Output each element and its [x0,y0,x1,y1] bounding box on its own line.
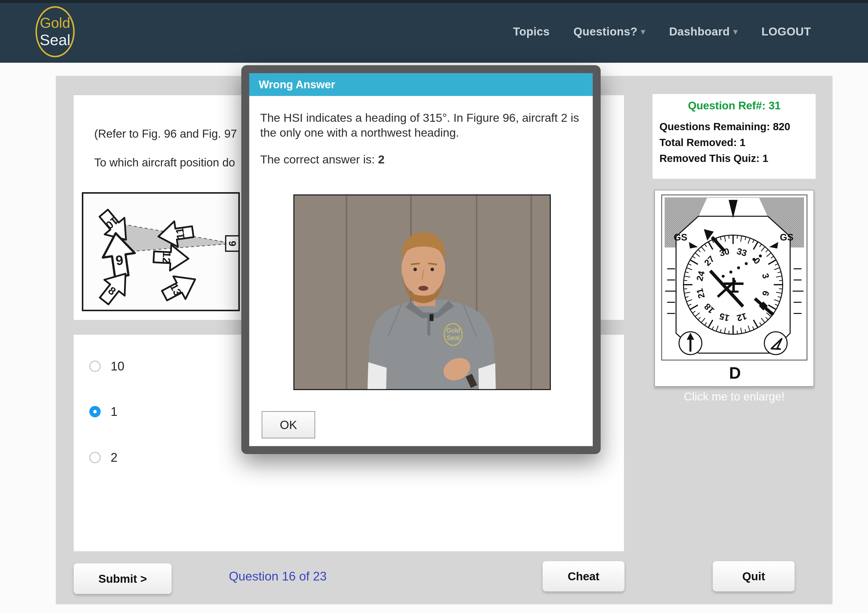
figure-96-aircraft-positions[interactable]: 6 10 11 9 12 8 13 [82,192,240,311]
chevron-down-icon: ▾ [733,26,738,36]
gold-seal-logo[interactable]: Gold Seal [31,5,79,59]
gs-right-label: GS [780,232,794,243]
svg-text:11: 11 [173,227,187,240]
question-text-line2: To which aircraft position do [94,156,235,169]
option-label: 1 [111,404,118,419]
svg-text:Seal: Seal [40,31,70,48]
questions-remaining: Questions Remaining: 820 [659,119,790,135]
figure-letter: D [655,364,815,382]
option-label: 2 [111,450,118,465]
svg-text:Gold: Gold [40,15,70,31]
answer-option-2[interactable]: 2 [89,450,118,465]
heading-knob [679,332,702,354]
wrong-answer-modal: Wrong Answer The HSI indicates a heading… [241,65,601,454]
nav-item-topics[interactable]: Topics [513,25,550,38]
navbar: Gold Seal Topics Questions? ▾ Dashboard … [0,0,868,63]
ok-button[interactable]: OK [262,411,315,438]
answer-option-10[interactable]: 10 [89,359,124,373]
answer-option-1[interactable]: 1 [89,404,118,419]
modal-explanation: The HSI indicates a heading of 315°. In … [260,110,583,140]
cheat-button[interactable]: Cheat [542,561,625,591]
hsi-figure-panel[interactable]: GS GS 0361215182124273033 [654,190,814,387]
radio-button[interactable] [89,406,101,417]
chevron-down-icon: ▾ [641,26,645,36]
nav-item-questions[interactable]: Questions? ▾ [574,25,645,38]
runway-box: 6 [226,236,239,251]
svg-text:12: 12 [160,251,173,264]
progress-text: Question 16 of 23 [191,569,364,584]
removed-this-quiz: Removed This Quiz: 1 [659,150,768,166]
modal-title: Wrong Answer [259,78,335,91]
nav-label: Questions? [574,25,637,38]
total-removed: Total Removed: 1 [659,135,746,150]
quit-button[interactable]: Quit [713,561,795,591]
svg-text:Gold: Gold [446,327,460,334]
modal-header: Wrong Answer [249,73,593,96]
nav-menu: Topics Questions? ▾ Dashboard ▾ LOGOUT [513,0,811,63]
correct-answer-value: 2 [378,153,384,166]
question-text-line1: (Refer to Fig. 96 and Fig. 97 [94,127,237,140]
nav-label: Dashboard [669,25,730,38]
svg-text:6: 6 [227,241,238,246]
nav-label: LOGOUT [761,25,811,38]
submit-button[interactable]: Submit > [74,563,172,594]
course-knob [764,332,787,354]
question-ref-label: Question Ref#: 31 [653,99,816,112]
quiz-stats-panel: Question Ref#: 31 Questions Remaining: 8… [652,94,816,179]
hsi-instrument-image: GS GS 0361215182124273033 [661,194,808,361]
quiz-screen: Gold Seal Topics Questions? ▾ Dashboard … [0,0,868,613]
svg-text:Seal: Seal [446,334,460,342]
nav-item-logout[interactable]: LOGOUT [761,25,811,38]
gs-left-label: GS [674,232,687,243]
instructor-video[interactable]: Gold Seal [293,194,551,390]
option-label: 10 [111,359,124,373]
enlarge-caption[interactable]: Click me to enlarge! [654,390,814,403]
nav-label: Topics [513,25,550,38]
radio-button[interactable] [89,361,101,372]
radio-button[interactable] [89,452,101,463]
nav-item-dashboard[interactable]: Dashboard ▾ [669,25,738,38]
modal-correct-answer: The correct answer is: 2 [260,152,583,167]
correct-answer-prefix: The correct answer is: [260,153,378,166]
